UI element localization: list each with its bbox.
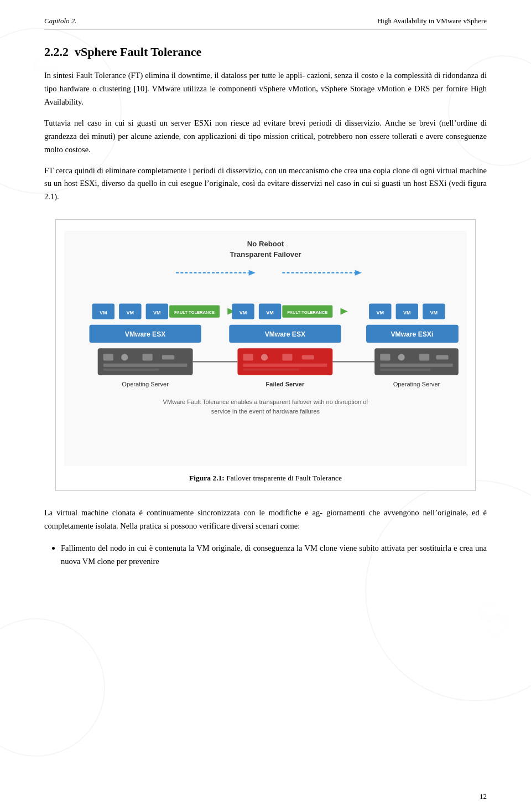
section-title: vSphere Fault Tolerance bbox=[75, 45, 201, 59]
svg-rect-19 bbox=[143, 354, 153, 361]
svg-rect-22 bbox=[103, 369, 159, 371]
svg-rect-17 bbox=[103, 354, 113, 361]
svg-rect-33 bbox=[237, 349, 332, 376]
svg-text:Operating Server: Operating Server bbox=[393, 381, 440, 387]
svg-rect-37 bbox=[302, 355, 314, 360]
svg-text:VM: VM bbox=[376, 310, 384, 316]
figure-caption-text: Failover trasparente di Fault Tolerance bbox=[225, 474, 342, 482]
svg-text:Operating Server: Operating Server bbox=[122, 381, 169, 387]
section-number: 2.2.2 bbox=[44, 45, 69, 59]
svg-text:VM: VM bbox=[153, 310, 161, 316]
svg-text:Failed Server: Failed Server bbox=[266, 381, 304, 387]
svg-text:VM: VM bbox=[100, 310, 107, 316]
section-heading: 2.2.2 vSphere Fault Tolerance bbox=[44, 45, 487, 59]
svg-rect-55 bbox=[380, 369, 430, 371]
svg-text:VMware ESX: VMware ESX bbox=[265, 330, 305, 338]
svg-rect-36 bbox=[282, 354, 292, 361]
paragraph-4: La virtual machine clonata è continuamen… bbox=[44, 506, 487, 533]
svg-point-35 bbox=[261, 354, 268, 361]
svg-point-51 bbox=[398, 354, 405, 361]
svg-text:FAULT TOLERANCE: FAULT TOLERANCE bbox=[174, 310, 215, 315]
paragraph-3: FT cerca quindi di eliminare completamen… bbox=[44, 164, 487, 204]
svg-rect-38 bbox=[243, 364, 327, 367]
svg-text:VM: VM bbox=[127, 310, 134, 316]
svg-text:VMware Fault Tolerance enables: VMware Fault Tolerance enables a transpa… bbox=[163, 399, 369, 406]
svg-point-18 bbox=[121, 354, 128, 361]
svg-text:VM: VM bbox=[403, 310, 411, 316]
list-item-1: Fallimento del nodo in cui è contenuta l… bbox=[61, 541, 487, 568]
figure-caption: Figura 2.1: Failover trasparente di Faul… bbox=[64, 474, 467, 483]
svg-rect-54 bbox=[380, 364, 452, 367]
svg-rect-20 bbox=[162, 355, 174, 360]
svg-text:VM: VM bbox=[240, 310, 247, 316]
transparent-failover-label: Transparent Failover bbox=[230, 250, 301, 258]
figure-1: No Reboot Transparent Failover VM VM VM … bbox=[55, 219, 476, 491]
svg-text:VMware ESXi: VMware ESXi bbox=[391, 330, 433, 338]
svg-rect-39 bbox=[243, 369, 299, 371]
svg-text:VM: VM bbox=[430, 310, 438, 316]
paragraph-2: Tuttavia nel caso in cui si guasti un se… bbox=[44, 117, 487, 157]
header-chapter-num: Capitolo 2. bbox=[44, 17, 77, 25]
no-reboot-label: No Reboot bbox=[247, 240, 284, 249]
svg-rect-53 bbox=[436, 355, 448, 360]
svg-rect-52 bbox=[419, 354, 429, 361]
svg-rect-34 bbox=[243, 354, 253, 361]
header-chapter-title: High Availability in VMware vSphere bbox=[377, 17, 487, 25]
svg-text:VM: VM bbox=[266, 310, 274, 316]
svg-text:FAULT TOLERANCE: FAULT TOLERANCE bbox=[287, 310, 327, 315]
svg-rect-21 bbox=[103, 364, 188, 367]
svg-text:service in the event of hardwa: service in the event of hardware failure… bbox=[211, 408, 320, 415]
svg-rect-16 bbox=[98, 349, 193, 376]
svg-rect-50 bbox=[380, 354, 390, 361]
svg-text:VMware ESX: VMware ESX bbox=[125, 330, 165, 338]
bullet-list: Fallimento del nodo in cui è contenuta l… bbox=[61, 541, 487, 568]
svg-rect-49 bbox=[374, 349, 459, 376]
paragraph-1: In sintesi Fault Tolerance (FT) elimina … bbox=[44, 69, 487, 109]
page-number: 12 bbox=[480, 792, 487, 801]
figure-caption-bold: Figura 2.1: bbox=[189, 474, 225, 482]
diagram-svg: No Reboot Transparent Failover VM VM VM … bbox=[64, 231, 467, 466]
page-header: Capitolo 2. High Availability in VMware … bbox=[44, 17, 487, 29]
